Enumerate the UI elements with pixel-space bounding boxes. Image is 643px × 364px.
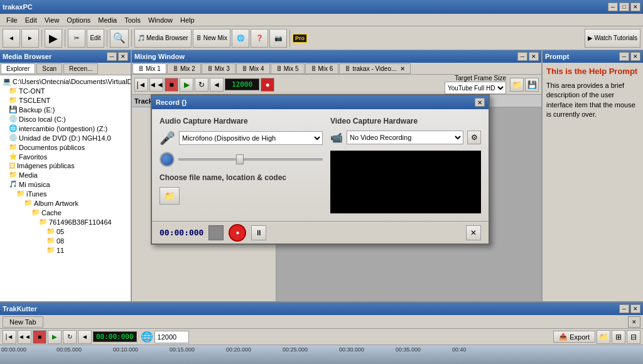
video-settings-button[interactable]: ⚙	[467, 131, 481, 144]
tab-mix4[interactable]: 🎚 Mix 4	[236, 63, 270, 74]
trk-skip-start-btn[interactable]: |◄	[3, 330, 16, 344]
camera-button[interactable]: 📷	[269, 29, 287, 48]
trakkutter-min-btn[interactable]: ─	[619, 304, 629, 313]
tab-mix5[interactable]: 🎚 Mix 5	[271, 63, 305, 74]
menu-tools[interactable]: Tools	[121, 16, 144, 24]
globe-button[interactable]: 🌐	[232, 29, 249, 48]
search-button[interactable]: 🔍	[110, 29, 129, 48]
mix-play-button[interactable]: ▶	[180, 78, 193, 92]
target-frame-label: Target Frame Size	[455, 75, 506, 82]
mix-skip-start-button[interactable]: |◄	[134, 78, 148, 92]
maximize-button[interactable]: □	[619, 3, 629, 11]
export-button[interactable]: 📤 Export	[553, 331, 595, 343]
list-item[interactable]: 📁 Album Artwork	[1, 198, 129, 208]
frame-size-select[interactable]: YouTube Full HD 1080p 720p	[445, 82, 506, 94]
tab-explorer[interactable]: Explorer	[1, 63, 35, 74]
tab-close-icon[interactable]: ✕	[400, 65, 405, 72]
prompt-min-btn[interactable]: ─	[619, 52, 629, 61]
trakkutter-header: TrakKutter ─ ✕	[0, 302, 643, 315]
trk-stop-btn[interactable]: ■	[33, 330, 46, 344]
trk-prev-btn[interactable]: ◄	[78, 330, 92, 344]
volume-slider[interactable]	[178, 158, 323, 161]
trakkutter-close-btn[interactable]: ✕	[630, 304, 640, 313]
list-item[interactable]: 📁 TSCLENT	[1, 95, 129, 105]
list-item[interactable]: 💿 Unidad de DVD (D:) NGH14.0	[1, 133, 129, 142]
list-item[interactable]: 📁 761496B38F110464	[1, 217, 129, 227]
list-item[interactable]: 🖼 Imágenes públicas	[1, 161, 129, 170]
list-item[interactable]: 📁 Documentos públicos	[1, 142, 129, 152]
trk-play-btn[interactable]: ▶	[48, 330, 62, 344]
panel-min-btn[interactable]: ─	[107, 52, 117, 61]
trk-rewind-btn[interactable]: ◄◄	[18, 330, 31, 344]
cut-button[interactable]: ✂	[68, 29, 85, 48]
tab-trakax-video[interactable]: 🎚 trakax - Video... ✕	[339, 63, 411, 74]
list-item[interactable]: 💿 Disco local (C:)	[1, 114, 129, 124]
audio-device-select[interactable]: Micrófono (Dispositivo de High	[179, 131, 323, 145]
tab-mix1[interactable]: 🎚 Mix 1	[132, 63, 166, 74]
trk-loop-btn[interactable]: ↻	[63, 330, 77, 344]
list-item[interactable]: 💾 Backup (E:)	[1, 105, 129, 114]
record-dialog-close-btn[interactable]: ✕	[475, 98, 485, 107]
file-folder-button[interactable]: 📁	[159, 187, 180, 205]
list-item[interactable]: 📁 05	[1, 227, 129, 236]
record-close-button[interactable]: ✕	[466, 225, 481, 240]
mix-min-btn[interactable]: ─	[517, 52, 527, 61]
tab-recent[interactable]: Recen...	[63, 63, 98, 74]
menu-help[interactable]: Help	[176, 16, 198, 24]
forward-button[interactable]: ►	[21, 29, 39, 48]
list-item[interactable]: 📁 Media	[1, 170, 129, 179]
record-pause-button[interactable]: ⏸	[251, 225, 266, 240]
minimize-button[interactable]: ─	[608, 3, 618, 11]
new-mix-button[interactable]: 🎚 New Mix	[193, 29, 230, 48]
tab-mix3[interactable]: 🎚 Mix 3	[202, 63, 235, 74]
mix-record-button[interactable]: ●	[261, 78, 274, 92]
tab-mix2[interactable]: 🎚 Mix 2	[167, 63, 201, 74]
media-browser-button[interactable]: 🎵 Media Browser	[134, 29, 192, 48]
timeline-marker-2: 00:10.000	[113, 346, 138, 353]
bpm-input[interactable]	[154, 331, 189, 343]
list-item[interactable]: 🎵 Mi música	[1, 179, 129, 189]
video-device-select[interactable]: No Video Recording	[347, 131, 463, 144]
list-item[interactable]: 🌐 intercambio (\ontgestion) (Z:)	[1, 124, 129, 133]
tree-root[interactable]: 💻 C:\Users\Ontecnia\Documents\VirtualDJL…	[1, 77, 129, 86]
record-stop-button[interactable]	[208, 225, 224, 240]
tab-mix6[interactable]: 🎚 Mix 6	[305, 63, 339, 74]
close-button[interactable]: ✕	[630, 3, 640, 11]
mix-loop-button[interactable]: ↻	[195, 78, 208, 92]
menu-file[interactable]: File	[3, 16, 21, 24]
volume-slider-thumb[interactable]	[236, 154, 244, 164]
watch-tutorials-button[interactable]: ▶ Watch Tutorials	[585, 29, 640, 48]
trakkutter-timeline[interactable]: 00:00.000 00:05.000 00:10.000 00:15.000 …	[0, 345, 643, 364]
list-item[interactable]: 📁 11	[1, 245, 129, 255]
list-item[interactable]: 📁 TC-ONT	[1, 86, 129, 95]
back-button[interactable]: ◄	[3, 29, 20, 48]
list-item[interactable]: 📁 08	[1, 236, 129, 245]
list-item[interactable]: 📁 iTunes	[1, 189, 129, 198]
panel-close-btn[interactable]: ✕	[118, 52, 128, 61]
trk-folder-btn[interactable]: 📁	[597, 330, 610, 344]
mix-rewind-button[interactable]: ◄◄	[149, 78, 163, 92]
menu-edit[interactable]: Edit	[21, 16, 41, 24]
play-button[interactable]: ▶	[45, 29, 62, 48]
mix-stop-button[interactable]: ■	[165, 78, 178, 92]
tab-scan[interactable]: Scan	[36, 63, 62, 74]
menu-media[interactable]: Media	[94, 16, 121, 24]
list-item[interactable]: 📁 Cache	[1, 208, 129, 217]
list-item[interactable]: ⭐ Favoritos	[1, 152, 129, 161]
prompt-close-btn[interactable]: ✕	[630, 52, 640, 61]
trk-extra-btn1[interactable]: ⊞	[612, 330, 625, 344]
tab-close-icon[interactable]: ✕	[628, 316, 640, 328]
record-button[interactable]: ●	[229, 224, 246, 242]
help-button[interactable]: ❓	[251, 29, 268, 48]
volume-knob[interactable]	[159, 152, 175, 167]
menu-view[interactable]: View	[41, 16, 63, 24]
mix-close-btn[interactable]: ✕	[529, 52, 539, 61]
menu-window[interactable]: Window	[144, 16, 176, 24]
mix-folder-button[interactable]: 📁	[510, 78, 524, 92]
mix-save-button[interactable]: 💾	[525, 78, 539, 92]
mix-prev-button[interactable]: ◄	[210, 78, 224, 92]
menu-options[interactable]: Options	[63, 16, 94, 24]
edit-button[interactable]: Edit	[87, 29, 104, 48]
trk-extra-btn2[interactable]: ⊟	[627, 330, 640, 344]
new-tab-button[interactable]: New Tab	[3, 316, 43, 328]
